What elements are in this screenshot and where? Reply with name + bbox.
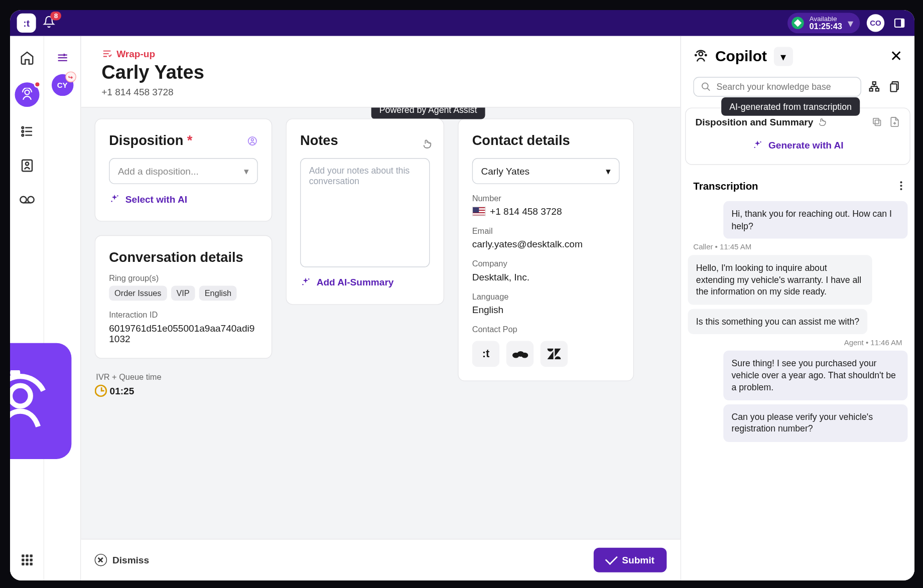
email-value: carly.yates@desktalk.com: [472, 239, 620, 250]
status-label: Available: [809, 16, 842, 23]
company-value: Desktalk, Inc.: [472, 271, 620, 282]
agent-assist-tooltip: Powered by Agent Assist: [371, 107, 485, 119]
number-label: Number: [472, 194, 620, 203]
copilot-tools: AI-generated from transcription: [681, 77, 914, 103]
svg-point-7: [22, 134, 24, 136]
nav-contacts[interactable]: [17, 156, 36, 175]
ring-groups-label: Ring group(s): [109, 273, 257, 283]
svg-line-33: [707, 88, 710, 91]
check-icon: [605, 552, 617, 565]
contact-select[interactable]: Carly Yates ▾: [472, 158, 620, 184]
app-body: CY Wrap-up Carly Yates +1 814 458 3728 P…: [10, 36, 914, 580]
copilot-selector[interactable]: ▾: [774, 47, 793, 66]
status-time: 01:25:43: [809, 22, 842, 30]
expand-rail-button[interactable]: [54, 50, 71, 66]
copilot-panel: Copilot ▾ ✕ AI-generated: [681, 36, 914, 580]
pop-tile-salesforce[interactable]: [506, 341, 534, 367]
interaction-id-value: 6019761d51e055001a9aa740adi91032: [109, 323, 257, 345]
panel-toggle-icon[interactable]: [891, 15, 908, 32]
disposition-card: Disposition * Add a disposition... ▾: [95, 118, 273, 221]
copilot-header: Copilot ▾ ✕: [681, 36, 914, 77]
svg-point-32: [702, 83, 708, 89]
contact-details-title: Contact details: [472, 133, 620, 149]
nav-queues[interactable]: [17, 122, 36, 141]
pop-tile-talkdesk[interactable]: :t: [472, 341, 499, 367]
svg-point-31: [705, 55, 706, 56]
select-with-ai-link[interactable]: Select with AI: [109, 194, 187, 205]
available-icon: [792, 17, 804, 29]
language-value: English: [472, 304, 620, 315]
conversation-details-title: Conversation details: [109, 249, 257, 265]
cursor-hand-icon: [817, 117, 827, 127]
transcription-label: Transcription: [693, 180, 758, 192]
nav-home[interactable]: [17, 48, 36, 67]
svg-point-47: [760, 141, 761, 142]
more-menu-button[interactable]: [900, 181, 902, 190]
logo[interactable]: :t: [17, 14, 36, 33]
transcription-header: Transcription: [681, 173, 914, 198]
conversation-details-card: Conversation details Ring group(s) Order…: [95, 235, 273, 359]
search-icon: [701, 82, 711, 92]
svg-rect-36: [876, 88, 879, 91]
interaction-id-label: Interaction ID: [109, 310, 257, 320]
nav-apps[interactable]: [17, 550, 36, 569]
disposition-select[interactable]: Add a disposition... ▾: [109, 158, 257, 184]
chevron-down-icon: ▾: [606, 166, 611, 177]
generate-with-ai-button[interactable]: Generate with AI: [695, 134, 900, 157]
notes-title: Notes: [300, 133, 338, 149]
transcript-message-agent: Can you please verify your vehicle's reg…: [723, 404, 907, 442]
nav-voicemail[interactable]: [17, 190, 36, 209]
status-selector[interactable]: Available 01:25:43 ▾: [787, 13, 860, 33]
conversation-avatar[interactable]: CY: [51, 74, 73, 96]
documents-icon[interactable]: [888, 80, 902, 93]
notes-textarea[interactable]: Add your notes about this conversation: [300, 158, 430, 267]
add-ai-summary-link[interactable]: Add AI-Summary: [300, 277, 393, 288]
brand-watermark: [10, 343, 71, 459]
sparkle-icon: [109, 194, 120, 205]
main-content: Wrap-up Carly Yates +1 814 458 3728 Powe…: [81, 36, 680, 580]
svg-point-24: [308, 278, 309, 279]
insert-icon[interactable]: [889, 116, 900, 127]
chip: English: [199, 285, 237, 301]
svg-rect-43: [875, 120, 881, 125]
app-window: :t 8 Available 01:25:43 ▾ CO: [10, 10, 914, 580]
action-bar: Dismiss Submit: [81, 539, 680, 580]
svg-point-25: [302, 284, 303, 285]
company-label: Company: [472, 259, 620, 268]
svg-point-28: [521, 353, 529, 358]
flowchart-icon[interactable]: [868, 80, 882, 93]
ai-generated-tooltip: AI-generated from transcription: [721, 97, 860, 116]
wrapup-label: Wrap-up: [101, 48, 155, 59]
contact-phone: +1 814 458 3728: [101, 86, 660, 97]
headset-icon: [247, 135, 258, 146]
nav-agent[interactable]: [15, 82, 39, 107]
chip: VIP: [171, 285, 195, 301]
svg-rect-42: [890, 84, 896, 91]
dismiss-button[interactable]: Dismiss: [95, 554, 149, 566]
copy-icon[interactable]: [871, 116, 882, 127]
disposition-summary-card: Disposition and Summary Generate with AI: [685, 107, 910, 165]
chevron-down-icon: ▾: [244, 166, 249, 177]
svg-point-2: [25, 90, 29, 95]
transcription-list: Hi, thank you for reaching out. How can …: [681, 198, 914, 580]
agent-avatar[interactable]: CO: [867, 14, 884, 32]
transcript-message-agent: Sure thing! I see you purchased your veh…: [723, 351, 907, 400]
wrapup-icon: [101, 48, 112, 59]
language-label: Language: [472, 292, 620, 302]
number-value: +1 814 458 3728: [472, 206, 620, 217]
submit-button[interactable]: Submit: [593, 548, 667, 572]
ivr-queue-time: 01:25: [95, 385, 273, 397]
notifications-button[interactable]: 8: [43, 16, 55, 31]
email-label: Email: [472, 226, 620, 236]
pop-tile-zendesk[interactable]: [541, 341, 568, 367]
svg-rect-35: [870, 88, 873, 91]
search-input[interactable]: [717, 82, 854, 92]
copilot-title: Copilot: [715, 48, 767, 65]
close-button[interactable]: ✕: [890, 48, 902, 65]
contact-pop-label: Contact Pop: [472, 325, 620, 334]
ring-groups-chips: Order Issues VIP English: [109, 285, 257, 301]
chevron-down-icon: ▾: [848, 17, 853, 30]
sparkle-icon: [300, 277, 311, 288]
svg-point-49: [10, 386, 31, 406]
chip: Order Issues: [109, 285, 167, 301]
